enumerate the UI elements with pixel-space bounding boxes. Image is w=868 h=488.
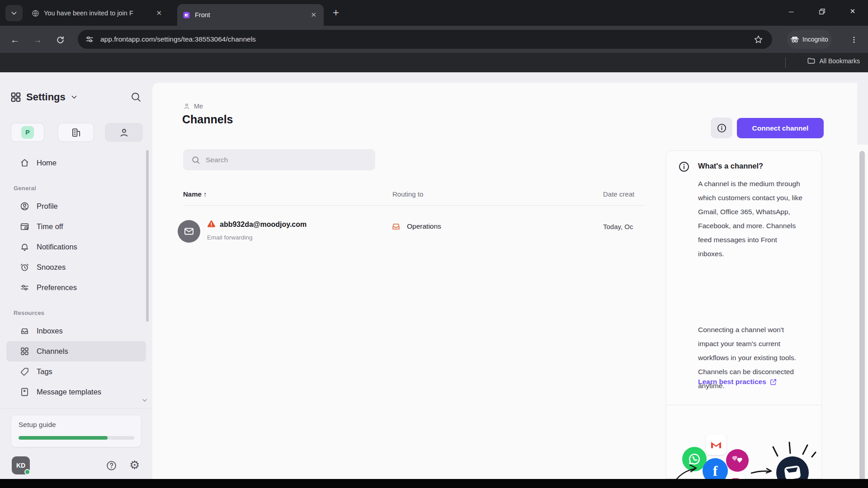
whats-a-channel-panel: What's a channel? A channel is the mediu… [666, 150, 822, 479]
reload-button[interactable] [52, 32, 68, 47]
info-circle-icon [678, 161, 690, 173]
sidebar-item-profile[interactable]: Profile [6, 196, 146, 216]
sidebar-item-notifications[interactable]: Notifications [6, 237, 146, 257]
site-settings-icon[interactable] [85, 35, 94, 44]
channels-illustration: f [666, 405, 821, 479]
all-bookmarks-button[interactable]: All Bookmarks [807, 56, 860, 65]
sidebar-item-channels-active[interactable]: Channels [6, 341, 146, 361]
sidebar-item-message-templates[interactable]: Message templates [6, 382, 146, 402]
window-minimize-button[interactable]: ─ [778, 0, 804, 23]
sidebar-title: Settings [26, 91, 66, 103]
setup-guide-progress-track [19, 436, 134, 440]
sidebar-item-home[interactable]: Home [6, 153, 146, 173]
back-button[interactable]: ← [7, 32, 23, 47]
sidebar-scroll-chevron-icon [141, 397, 148, 404]
hand-drawn-arrow-icon [675, 459, 706, 479]
workspace-tab-organization[interactable] [58, 123, 94, 142]
building-icon [71, 127, 81, 138]
sidebar-item-tags[interactable]: Tags [6, 361, 146, 382]
hearts-icon [726, 449, 749, 472]
learn-best-practices-link[interactable]: Learn best practices [698, 378, 777, 386]
tag-icon [20, 367, 29, 376]
sidebar-search-button[interactable] [130, 91, 142, 103]
sidebar-item-time-off[interactable]: Time off [6, 216, 146, 237]
sidebar-item-preferences[interactable]: Preferences [6, 277, 146, 298]
window-maximize-button[interactable] [809, 0, 835, 23]
divider [785, 57, 786, 68]
sidebar-section-resources: Resources [0, 310, 152, 316]
setup-guide-card[interactable]: Setup guide [11, 415, 142, 447]
info-circle-icon [717, 123, 727, 133]
calendar-clock-icon [20, 222, 29, 231]
window-close-button[interactable]: ✕ [840, 0, 865, 23]
alarm-clock-icon [20, 263, 29, 272]
routing-label: Operations [407, 222, 441, 230]
question-circle-icon [106, 460, 117, 471]
info-button[interactable] [711, 117, 732, 138]
workspace-tab-personal-active[interactable] [105, 123, 143, 142]
inbox-icon [20, 326, 29, 336]
url-text[interactable]: app.frontapp.com/settings/tea:38553064/c… [100, 35, 754, 43]
front-app: Settings P Home [0, 72, 868, 479]
settings-sidebar: Settings P Home [0, 72, 152, 479]
person-icon [183, 103, 190, 110]
incognito-icon [790, 35, 799, 44]
column-header-date[interactable]: Date creat [603, 190, 645, 198]
inbox-icon [391, 221, 401, 231]
new-tab-button[interactable]: + [333, 6, 339, 19]
sidebar-item-label: Profile [37, 202, 58, 211]
connect-channel-button[interactable]: Connect channel [737, 118, 824, 138]
breadcrumb-label: Me [194, 103, 203, 110]
all-bookmarks-label: All Bookmarks [820, 57, 860, 65]
sidebar-item-inboxes[interactable]: Inboxes [6, 321, 146, 341]
restore-icon [819, 9, 825, 14]
bookmark-star-icon[interactable] [754, 35, 763, 44]
channel-name[interactable]: abb932da@moodjoy.com [220, 221, 307, 229]
column-header-name[interactable]: Name ↑ [183, 190, 207, 198]
help-button[interactable] [106, 460, 117, 471]
sliders-icon [20, 283, 29, 292]
workspace-badge: P [21, 126, 34, 139]
front-favicon [183, 11, 190, 19]
arrow-right-icon [750, 467, 774, 477]
grid-icon [10, 91, 22, 103]
tab-title: Front [195, 11, 304, 19]
sidebar-item-label: Notifications [37, 243, 77, 251]
tab-title: You have been invited to join F [44, 9, 150, 17]
scrollbar-thumb[interactable] [859, 151, 865, 488]
sidebar-item-snoozes[interactable]: Snoozes [6, 257, 146, 277]
tab-close-icon[interactable]: ✕ [309, 11, 318, 19]
browser-tab-invite[interactable]: You have been invited to join F ✕ [26, 4, 169, 22]
search-input[interactable] [206, 156, 359, 164]
channels-page: Me Channels Connect channel Name ↑ Routi… [152, 83, 857, 479]
panel-title: What's a channel? [698, 162, 763, 170]
column-header-routing[interactable]: Routing to [392, 190, 423, 198]
settings-gear-button[interactable]: ⚙ [129, 458, 140, 472]
sidebar-item-label: Channels [37, 347, 68, 356]
tab-close-icon[interactable]: ✕ [154, 9, 164, 17]
workspace-tab-company[interactable]: P [11, 123, 44, 142]
gmail-icon [706, 434, 726, 455]
settings-menu[interactable]: Settings [10, 91, 78, 103]
channel-avatar [178, 220, 200, 243]
url-bar[interactable]: app.frontapp.com/settings/tea:38553064/c… [78, 30, 772, 49]
tab-search-button[interactable] [5, 5, 23, 21]
channel-search[interactable] [183, 149, 375, 170]
user-circle-icon [20, 202, 29, 211]
sidebar-item-label: Preferences [37, 283, 77, 292]
browser-menu-button[interactable] [846, 32, 862, 47]
warning-icon [207, 220, 216, 228]
page-scrollbar[interactable] [857, 145, 868, 488]
channel-routing[interactable]: Operations [391, 221, 441, 231]
forward-button[interactable]: → [30, 32, 45, 47]
channel-row[interactable]: abb932da@moodjoy.com Email forwarding Op… [152, 208, 646, 254]
channel-date: Today, Oc [603, 223, 645, 230]
sidebar-scrollbar-thumb[interactable] [146, 150, 149, 322]
front-logo-icon [776, 456, 809, 479]
facebook-icon: f [703, 458, 728, 479]
browser-tab-front-active[interactable]: Front ✕ [177, 4, 324, 26]
template-icon [20, 387, 29, 397]
bell-icon [20, 242, 29, 252]
sidebar-item-label: Inboxes [37, 327, 63, 335]
sidebar-nav: Home General Profile Time off Notificati… [0, 153, 152, 402]
